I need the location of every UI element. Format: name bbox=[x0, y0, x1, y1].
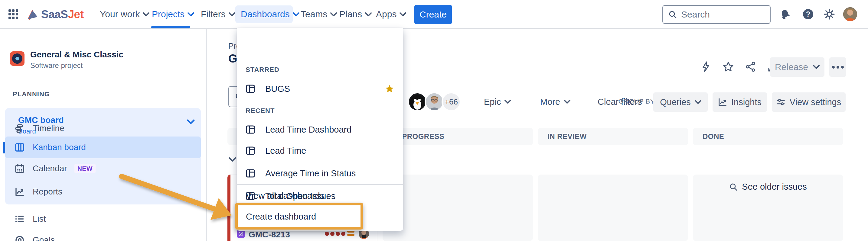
starred-section-label: STARRED bbox=[246, 66, 279, 74]
share-icon[interactable] bbox=[745, 61, 756, 72]
app-switcher-icon[interactable] bbox=[8, 9, 18, 19]
recent-section-label: RECENT bbox=[246, 107, 275, 115]
nav-filters[interactable]: Filters bbox=[201, 0, 235, 28]
sliders-icon bbox=[776, 98, 785, 107]
chevron-down-icon bbox=[564, 100, 570, 104]
board-more-actions-button[interactable] bbox=[829, 57, 846, 77]
search-input[interactable]: Search bbox=[662, 5, 771, 24]
assignee-avatars: +66 bbox=[408, 92, 461, 111]
more-filter[interactable]: More bbox=[540, 93, 570, 111]
top-navigation: SaaSJet Your work Projects Filters Dashb… bbox=[0, 0, 868, 29]
project-type: Software project bbox=[30, 61, 83, 70]
nav-plans[interactable]: Plans bbox=[339, 0, 372, 28]
column-in-review-body bbox=[538, 175, 688, 241]
sidebar-item-list[interactable]: List bbox=[5, 208, 201, 230]
kanban-board-icon bbox=[14, 142, 25, 152]
avatar[interactable] bbox=[408, 92, 427, 111]
nav-dashboards[interactable]: Dashboards bbox=[241, 0, 300, 28]
sidebar-item-goals[interactable]: Goals bbox=[5, 229, 201, 241]
chevron-down-icon bbox=[293, 12, 300, 16]
menu-item-bugs[interactable]: BUGS bbox=[237, 78, 403, 99]
automation-lightning-icon[interactable] bbox=[700, 61, 712, 72]
nav-apps[interactable]: Apps bbox=[376, 0, 406, 28]
reports-chart-icon bbox=[14, 186, 25, 197]
board-action-icons bbox=[700, 57, 779, 76]
menu-divider bbox=[237, 184, 403, 185]
dashboard-icon bbox=[246, 169, 255, 178]
create-dashboard-link[interactable]: Create dashboard bbox=[237, 207, 403, 227]
epic-filter[interactable]: Epic bbox=[484, 93, 511, 111]
logo-text: SaaSJet bbox=[41, 8, 84, 21]
priority-medium-icon bbox=[347, 231, 354, 237]
issue-type-icon bbox=[237, 230, 245, 238]
saasjet-logo[interactable]: SaaSJet bbox=[26, 5, 84, 24]
new-badge: NEW bbox=[74, 164, 96, 173]
insights-chart-icon bbox=[718, 98, 727, 107]
sidebar-item-calendar[interactable]: Calendar NEW bbox=[5, 158, 201, 179]
svg-text:?: ? bbox=[806, 10, 810, 18]
column-in-progress-body bbox=[382, 175, 533, 241]
insights-button[interactable]: Insights bbox=[713, 93, 767, 112]
sidebar-item-timeline[interactable]: Timeline bbox=[5, 117, 201, 139]
list-icon bbox=[14, 214, 25, 224]
timeline-icon bbox=[14, 123, 25, 134]
help-icon[interactable]: ? bbox=[801, 7, 815, 22]
sidebar-item-reports[interactable]: Reports bbox=[5, 181, 201, 203]
calendar-icon bbox=[14, 163, 25, 174]
menu-item-lead-time-dashboard[interactable]: Lead Time Dashboard bbox=[237, 119, 403, 140]
sidebar-item-kanban-board[interactable]: Kanban board bbox=[5, 137, 201, 158]
column-done-body: See older issues bbox=[693, 175, 843, 241]
menu-item-average-time-in-status[interactable]: Average Time in Status bbox=[237, 163, 403, 184]
goals-target-icon bbox=[14, 235, 25, 241]
project-name: General & Misc Classic bbox=[30, 50, 123, 60]
notifications-bell-icon[interactable] bbox=[778, 7, 793, 22]
chevron-down-icon bbox=[813, 65, 819, 69]
chevron-down-icon bbox=[695, 100, 701, 104]
planning-section-label: PLANNING bbox=[13, 90, 50, 98]
logo-mark-icon bbox=[26, 8, 39, 21]
swimlane-collapse-chevron[interactable] bbox=[228, 157, 236, 163]
chevron-down-icon bbox=[187, 12, 194, 16]
column-header-done: DONE bbox=[693, 128, 843, 145]
issue-card[interactable]: GMC-8213 bbox=[230, 230, 377, 241]
menu-item-lead-time[interactable]: Lead Time bbox=[237, 140, 403, 161]
chevron-down-icon bbox=[143, 12, 149, 16]
dashboard-icon bbox=[246, 84, 255, 93]
nav-projects[interactable]: Projects bbox=[152, 0, 194, 28]
dashboard-icon bbox=[246, 125, 255, 134]
chevron-down-icon bbox=[330, 12, 337, 16]
chevron-down-icon bbox=[229, 12, 235, 16]
chevron-down-icon bbox=[365, 12, 372, 16]
avatar-overflow-count[interactable]: +66 bbox=[441, 92, 461, 111]
status-dots bbox=[325, 232, 345, 236]
dashboards-dropdown-menu: STARRED BUGS RECENT Lead Time Dashboard … bbox=[237, 28, 403, 231]
see-older-issues-link[interactable]: See older issues bbox=[693, 182, 843, 192]
create-button[interactable]: Create bbox=[414, 5, 452, 24]
column-header-in-review: IN REVIEW bbox=[538, 128, 688, 145]
view-all-dashboards-link[interactable]: View all dashboards bbox=[237, 186, 403, 206]
group-by-label: GROUP BY bbox=[619, 98, 655, 105]
star-icon[interactable] bbox=[722, 61, 734, 72]
record-disc-icon bbox=[12, 54, 22, 64]
chevron-down-icon bbox=[504, 100, 511, 104]
chevron-down-icon bbox=[400, 12, 406, 16]
issue-key[interactable]: GMC-8213 bbox=[249, 230, 290, 240]
search-placeholder: Search bbox=[681, 9, 710, 20]
project-sidebar: General & Misc Classic Software project … bbox=[0, 29, 207, 241]
project-avatar[interactable] bbox=[10, 51, 25, 66]
user-avatar[interactable] bbox=[843, 7, 857, 21]
group-by-select[interactable]: Queries bbox=[653, 93, 708, 112]
avatar[interactable] bbox=[425, 92, 444, 111]
view-settings-button[interactable]: View settings bbox=[772, 93, 846, 112]
nav-teams[interactable]: Teams bbox=[301, 0, 337, 28]
settings-gear-icon[interactable] bbox=[822, 7, 837, 22]
dashboard-icon bbox=[246, 146, 255, 155]
star-filled-icon[interactable] bbox=[385, 84, 394, 93]
nav-your-work[interactable]: Your work bbox=[100, 0, 149, 28]
search-icon bbox=[669, 10, 677, 19]
release-button[interactable]: Release bbox=[770, 57, 825, 77]
search-icon bbox=[729, 183, 738, 191]
column-header-in-progress: IN PROGRESS bbox=[382, 128, 533, 145]
